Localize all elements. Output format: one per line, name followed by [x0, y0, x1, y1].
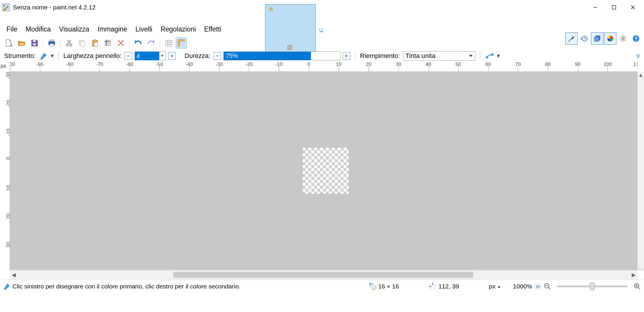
rulers-toggle-button[interactable]	[176, 37, 187, 49]
svg-point-1	[3, 5, 5, 6]
svg-rect-53	[178, 39, 180, 46]
undo-button[interactable]	[133, 37, 144, 49]
menu-immagine[interactable]: Immagine	[93, 24, 131, 35]
crop-button[interactable]	[102, 37, 113, 49]
help-button[interactable]: ?	[630, 32, 642, 45]
status-hint: Clic sinistro per disegnare con il color…	[12, 283, 240, 290]
scroll-up-arrow-icon[interactable]: ▲	[638, 72, 644, 78]
brushwidth-decrease-button[interactable]: −	[125, 52, 132, 60]
zoom-slider[interactable]	[557, 286, 628, 287]
svg-rect-39	[94, 42, 98, 47]
fill-style-combo[interactable]: Tinta unita	[403, 51, 475, 61]
thumbnail-canvas	[287, 45, 292, 50]
maximize-button[interactable]	[605, 1, 623, 14]
hruler-tick-label: 40	[426, 62, 431, 67]
paste-button[interactable]	[89, 37, 101, 49]
svg-rect-27	[33, 43, 36, 45]
status-unit-chevron-icon[interactable]: ▲	[497, 284, 501, 288]
menu-modifica[interactable]: Modifica	[21, 24, 55, 35]
hruler-tick-label: -70	[96, 62, 103, 67]
hardness-slider[interactable]: 75%	[223, 52, 340, 60]
tool-options-bar: Strumento: ▾ Larghezza pennello: − + Dur…	[0, 49, 644, 62]
hardness-decrease-button[interactable]: −	[213, 52, 221, 60]
menu-bar: File Modifica Visualizza Immagine Livell…	[2, 24, 225, 35]
antialias-icon[interactable]	[485, 52, 494, 60]
horizontal-scroll-thumb[interactable]	[173, 272, 473, 278]
history-window-toggle[interactable]	[578, 32, 591, 45]
menu-regolazioni[interactable]: Regolazioni	[156, 24, 200, 35]
svg-line-71	[548, 287, 550, 289]
svg-rect-3	[612, 6, 616, 9]
hruler-tick-label: 80	[545, 62, 551, 67]
save-file-button[interactable]	[29, 37, 40, 49]
hruler-tick-label: 110	[633, 62, 638, 67]
hruler-tick-label: 10	[336, 62, 342, 67]
antialias-dropdown-chevron-icon[interactable]: ▾	[497, 52, 500, 60]
image-canvas[interactable]	[302, 147, 349, 194]
new-file-button[interactable]: +	[3, 37, 14, 49]
app-icon	[2, 3, 10, 11]
svg-rect-40	[105, 40, 111, 46]
zoom-in-icon[interactable]	[633, 283, 641, 290]
svg-point-32	[70, 44, 72, 46]
hruler-tick-label: -80	[66, 62, 73, 67]
svg-point-6	[319, 29, 320, 30]
brushwidth-increase-button[interactable]: +	[168, 52, 176, 60]
scroll-right-arrow-icon[interactable]: ▶	[630, 272, 638, 278]
image-list-chevron-icon[interactable]	[319, 28, 324, 34]
unsaved-star-icon	[268, 6, 274, 13]
hruler-tick-label: -60	[126, 62, 133, 67]
tool-dropdown-chevron-icon[interactable]: ▾	[51, 52, 54, 60]
options-overflow-chevron-icon[interactable]	[636, 52, 640, 60]
redo-button[interactable]	[145, 37, 157, 49]
vruler-tick-label: 30	[6, 242, 10, 254]
hruler-tick-label: -90	[36, 62, 44, 67]
open-file-button[interactable]	[16, 37, 27, 49]
colors-window-toggle[interactable]	[604, 32, 616, 45]
svg-rect-28	[50, 40, 54, 42]
copy-button[interactable]	[76, 37, 88, 49]
svg-rect-64	[431, 284, 435, 289]
close-button[interactable]	[623, 1, 642, 14]
menu-file[interactable]: File	[2, 24, 21, 35]
zoom-fit-icon[interactable]	[534, 283, 542, 290]
resize-corner-icon	[635, 261, 643, 270]
status-cursor-position: 112, 39	[438, 283, 459, 290]
horizontal-scrollbar[interactable]: ◀ ▶	[10, 270, 638, 280]
zoom-out-icon[interactable]	[543, 283, 551, 290]
hruler-tick-label: -50	[156, 62, 163, 67]
svg-text:+: +	[10, 43, 13, 47]
grid-toggle-button[interactable]	[163, 37, 174, 49]
cut-button[interactable]	[63, 37, 75, 49]
window-title: Senza nome - paint.net 4.2.12	[13, 4, 96, 11]
status-unit-label: px	[489, 283, 496, 290]
current-tool-paintbrush-icon[interactable]	[39, 52, 48, 60]
image-thumbnail-tab[interactable]	[265, 4, 316, 54]
print-button[interactable]	[46, 37, 57, 49]
scroll-left-arrow-icon[interactable]: ◀	[10, 272, 18, 278]
svg-line-19	[621, 36, 622, 37]
brushwidth-dropdown-chevron-icon[interactable]	[159, 52, 166, 60]
tools-window-toggle[interactable]	[565, 32, 578, 45]
settings-button[interactable]	[617, 32, 629, 45]
minimize-button[interactable]	[586, 1, 605, 14]
menu-effetti[interactable]: Effetti	[200, 24, 225, 35]
status-image-size: 16 × 16	[378, 283, 399, 290]
canvas-viewport[interactable]	[10, 72, 638, 270]
cursor-position-icon	[429, 283, 436, 290]
zoom-slider-thumb[interactable]	[590, 283, 595, 290]
brushwidth-input[interactable]	[135, 52, 159, 60]
svg-rect-30	[50, 44, 53, 46]
menu-visualizza[interactable]: Visualizza	[55, 24, 93, 35]
hruler-tick-label: 20	[366, 62, 372, 67]
menu-livelli[interactable]: Livelli	[131, 24, 157, 35]
vertical-scrollbar[interactable]: ▲	[638, 72, 644, 270]
deselect-button[interactable]	[115, 37, 126, 49]
hruler-tick-label: 90	[575, 62, 581, 67]
horizontal-ruler: -100-90-80-70-60-50-40-30-20-10010203040…	[10, 62, 638, 72]
layers-window-toggle[interactable]	[591, 32, 603, 45]
status-zoom-value: 1000%	[513, 283, 532, 290]
hruler-tick-label: -10	[275, 62, 283, 67]
hardness-increase-button[interactable]: +	[343, 52, 350, 60]
hruler-tick-label: -40	[186, 62, 193, 67]
